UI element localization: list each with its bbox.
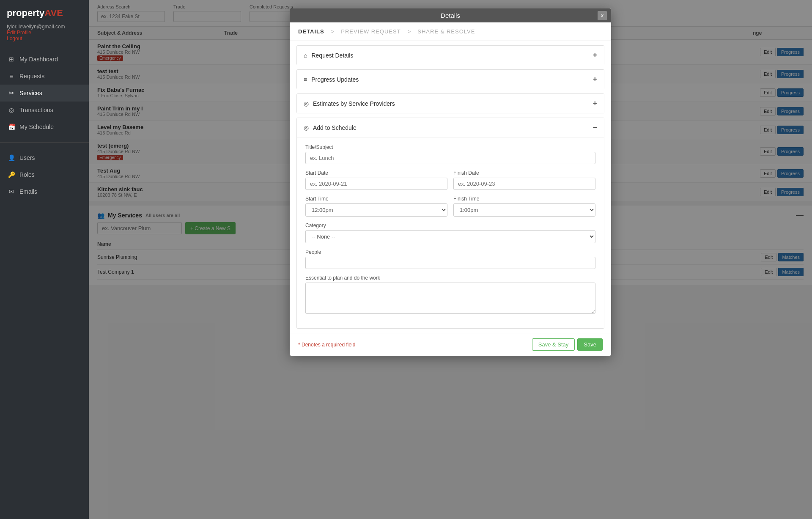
accordion-header-progress[interactable]: ≡ Progress Updates +	[297, 70, 604, 89]
transactions-icon: ◎	[8, 107, 15, 113]
main-nav: ⊞ My Dashboard ≡ Requests ✂ Services ◎ T…	[0, 47, 89, 519]
category-select[interactable]: -- None --	[305, 230, 595, 243]
accordion-progress-updates: ≡ Progress Updates +	[296, 69, 604, 89]
people-input[interactable]	[305, 257, 595, 269]
step-details[interactable]: DETAILS	[298, 28, 324, 35]
accordion-label: Add to Schedule	[313, 124, 357, 131]
step-arrow-1: >	[331, 28, 335, 35]
sidebar-item-label: Users	[19, 154, 35, 161]
modal-close-button[interactable]: x	[598, 11, 607, 20]
requests-icon: ≡	[8, 73, 15, 80]
expand-icon: +	[593, 99, 597, 108]
title-input[interactable]	[305, 152, 595, 164]
accordion-header-request-details[interactable]: ⌂ Request Details +	[297, 46, 604, 65]
accordion-label: Estimates by Service Providers	[313, 100, 395, 107]
category-label: Category	[305, 222, 595, 228]
sidebar-item-label: Services	[19, 90, 42, 96]
accordion-label: Request Details	[311, 52, 353, 59]
finish-time-select[interactable]: 1:00pm 1:30pm 2:00pm	[453, 203, 595, 217]
accordion-header-schedule[interactable]: ◎ Add to Schedule −	[297, 118, 604, 137]
sidebar-item-users[interactable]: 👤 Users	[0, 149, 89, 166]
schedule-form: Title/Subject Start Date Finish Date	[297, 137, 604, 328]
required-note: * Denotes a required field	[298, 342, 355, 348]
collapse-icon: −	[593, 123, 597, 132]
emails-icon: ✉	[8, 188, 15, 195]
logo-property: property	[7, 8, 44, 19]
logo-ave: AVE	[44, 8, 63, 19]
footer-buttons: Save & Stay Save	[532, 338, 603, 351]
modal-overlay: Details x DETAILS > PREVIEW REQUEST > SH…	[89, 0, 812, 519]
estimates-icon: ◎	[304, 100, 309, 107]
dashboard-icon: ⊞	[8, 56, 15, 63]
notes-textarea[interactable]	[305, 283, 595, 314]
start-time-select[interactable]: 12:00pm 12:30pm 1:00pm	[305, 203, 447, 217]
form-group-notes: Essential to plan and do the work	[305, 275, 595, 316]
start-date-label: Start Date	[305, 170, 447, 176]
step-arrow-2: >	[408, 28, 411, 35]
save-stay-button[interactable]: Save & Stay	[532, 338, 575, 351]
nav-section-admin: 👤 Users 🔑 Roles ✉ Emails	[0, 146, 89, 203]
sidebar-item-schedule[interactable]: 📅 My Schedule	[0, 118, 89, 135]
sidebar-item-services[interactable]: ✂ Services	[0, 85, 89, 102]
accordion-title: ◎ Add to Schedule	[304, 124, 357, 131]
sidebar-item-label: Requests	[19, 73, 44, 80]
finish-date-input[interactable]	[453, 178, 595, 190]
save-button[interactable]: Save	[577, 338, 603, 351]
roles-icon: 🔑	[8, 171, 15, 178]
sidebar-item-roles[interactable]: 🔑 Roles	[0, 166, 89, 183]
modal-title: Details	[441, 12, 460, 19]
accordion-request-details: ⌂ Request Details +	[296, 45, 604, 65]
users-icon: 👤	[8, 154, 15, 161]
user-email: tylor.llewellyn@gmail.com	[7, 24, 65, 30]
form-group-start-time: Start Time 12:00pm 12:30pm 1:00pm	[305, 196, 447, 217]
accordion-estimates: ◎ Estimates by Service Providers +	[296, 93, 604, 113]
expand-icon: +	[593, 51, 597, 60]
finish-date-label: Finish Date	[453, 170, 595, 176]
sidebar: propertyAVE tylor.llewellyn@gmail.com Ed…	[0, 0, 89, 519]
sidebar-item-label: My Dashboard	[19, 56, 58, 63]
schedule-icon: 📅	[8, 124, 15, 130]
expand-icon: +	[593, 75, 597, 84]
start-time-label: Start Time	[305, 196, 447, 202]
sidebar-item-dashboard[interactable]: ⊞ My Dashboard	[0, 51, 89, 68]
logo: propertyAVE	[0, 0, 89, 24]
form-group-start-date: Start Date	[305, 170, 447, 190]
nav-divider	[0, 142, 89, 143]
finish-time-label: Finish Time	[453, 196, 595, 202]
accordion-header-estimates[interactable]: ◎ Estimates by Service Providers +	[297, 94, 604, 113]
modal-dialog: Details x DETAILS > PREVIEW REQUEST > SH…	[290, 8, 611, 356]
edit-profile-link[interactable]: Edit Profile	[7, 30, 82, 36]
accordion-title: ≡ Progress Updates	[304, 76, 359, 83]
sidebar-item-label: Emails	[19, 188, 37, 195]
user-info: tylor.llewellyn@gmail.com Edit Profile L…	[0, 24, 89, 47]
start-date-input[interactable]	[305, 178, 447, 190]
sidebar-item-label: Transactions	[19, 107, 53, 113]
modal-title-bar: Details x	[290, 8, 611, 22]
form-group-people: People	[305, 249, 595, 269]
logout-link[interactable]: Logout	[7, 36, 82, 41]
accordion-label: Progress Updates	[311, 76, 359, 83]
sidebar-item-transactions[interactable]: ◎ Transactions	[0, 102, 89, 118]
step-share[interactable]: SHARE & RESOLVE	[417, 28, 475, 35]
modal-footer: * Denotes a required field Save & Stay S…	[290, 333, 611, 356]
step-preview[interactable]: PREVIEW REQUEST	[341, 28, 401, 35]
sidebar-item-label: My Schedule	[19, 124, 54, 130]
date-row: Start Date Finish Date	[305, 170, 595, 196]
sidebar-item-label: Roles	[19, 171, 35, 178]
people-label: People	[305, 249, 595, 255]
form-group-title: Title/Subject	[305, 144, 595, 164]
sidebar-item-emails[interactable]: ✉ Emails	[0, 183, 89, 200]
nav-section-main: ⊞ My Dashboard ≡ Requests ✂ Services ◎ T…	[0, 47, 89, 139]
form-group-finish-date: Finish Date	[453, 170, 595, 190]
sidebar-item-requests[interactable]: ≡ Requests	[0, 68, 89, 85]
services-icon: ✂	[8, 90, 15, 96]
home-icon: ⌂	[304, 52, 307, 59]
main-content: Address Search Trade Completed Requests …	[89, 0, 812, 519]
title-label: Title/Subject	[305, 144, 595, 150]
form-group-category: Category -- None --	[305, 222, 595, 243]
form-group-finish-time: Finish Time 1:00pm 1:30pm 2:00pm	[453, 196, 595, 217]
notes-label: Essential to plan and do the work	[305, 275, 595, 281]
accordion-title: ◎ Estimates by Service Providers	[304, 100, 395, 107]
schedule-icon: ◎	[304, 124, 309, 131]
accordion-add-to-schedule: ◎ Add to Schedule − Title/Subject Start …	[296, 118, 604, 329]
